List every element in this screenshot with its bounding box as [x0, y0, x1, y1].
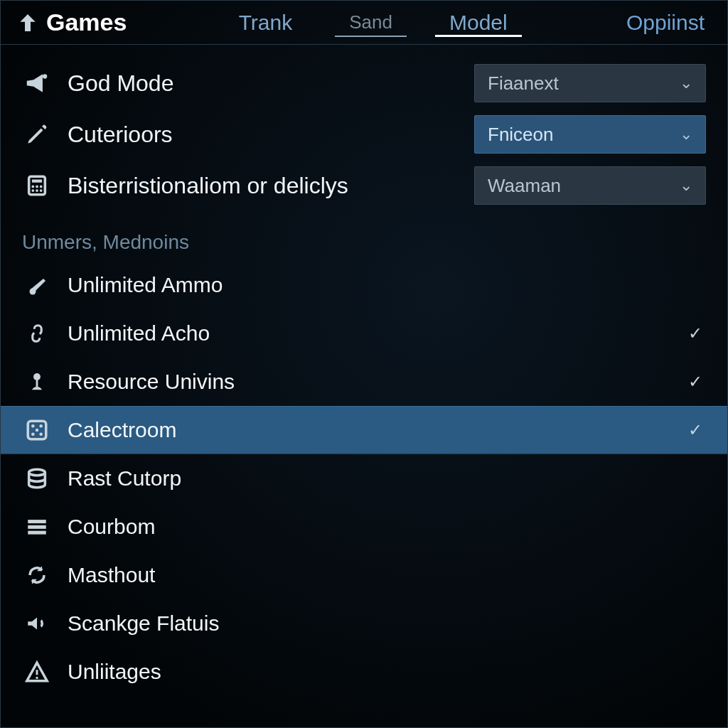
cheat-row[interactable]: Unlimited Acho✓: [1, 309, 727, 358]
option-dropdown[interactable]: Fniceon⌄: [474, 115, 706, 154]
option-dropdown[interactable]: Fiaanext⌄: [474, 64, 706, 102]
cheat-row[interactable]: Calectroom✓: [1, 406, 727, 454]
link-icon: [22, 318, 52, 348]
cheat-label: Masthout: [68, 563, 669, 587]
svg-point-14: [36, 429, 39, 432]
tab-sand[interactable]: Sand: [321, 1, 421, 44]
cheat-row[interactable]: Masthout: [1, 551, 727, 599]
trophy-icon: [22, 367, 52, 397]
option-dropdown[interactable]: Waaman⌄: [474, 166, 706, 205]
cheat-row[interactable]: Unlimited Ammo: [1, 261, 727, 309]
cheat-row[interactable]: Resource Univins✓: [1, 358, 727, 406]
svg-point-17: [29, 469, 46, 476]
options-panel: God ModeFiaanext⌄CuterioorsFniceon⌄Biste…: [1, 45, 727, 696]
tab-underline: [335, 36, 407, 37]
cannon-icon: [22, 270, 52, 300]
option-row: CuterioorsFniceon⌄: [1, 109, 727, 160]
cheat-row[interactable]: Scankge Flatuis: [1, 599, 727, 648]
tab-label: Sand: [349, 11, 392, 33]
stack-icon: [22, 464, 52, 493]
tab-trank[interactable]: Trank: [210, 1, 321, 44]
tab-options-label: Oppiinst: [626, 11, 705, 34]
option-row: Bisterristionaliom or deliclysWaaman⌄: [1, 160, 727, 211]
svg-point-4: [36, 186, 38, 188]
bars-icon: [22, 512, 52, 542]
option-row: God ModeFiaanext⌄: [1, 58, 727, 109]
option-label: Bisterristionaliom or deliclys: [68, 173, 459, 199]
warning-icon: [22, 657, 52, 687]
svg-rect-18: [28, 520, 46, 523]
tab-games[interactable]: Games: [6, 9, 136, 36]
cheat-row[interactable]: Unliitages: [1, 648, 727, 696]
svg-rect-19: [28, 525, 46, 529]
svg-rect-20: [28, 531, 46, 535]
tab-bar: Games TrankSandModel Oppiinst: [1, 1, 727, 45]
pencil-icon: [22, 119, 52, 149]
cheat-label: Calectroom: [68, 418, 669, 442]
svg-point-5: [40, 186, 43, 188]
tab-model[interactable]: Model: [421, 1, 536, 44]
check-icon: ✓: [685, 323, 706, 343]
svg-point-15: [31, 432, 35, 436]
tab-label: Model: [449, 11, 508, 35]
dropdown-value: Fiaanext: [488, 73, 559, 95]
cheat-label: Unlimited Acho: [68, 321, 669, 346]
tab-label: Trank: [239, 11, 293, 35]
svg-point-12: [31, 424, 35, 428]
section-header: Unmers, Mednoins: [1, 211, 727, 261]
dice-icon: [22, 415, 52, 445]
dropdown-value: Fniceon: [488, 124, 554, 146]
svg-point-3: [31, 186, 34, 188]
svg-point-8: [40, 189, 43, 192]
cheat-row[interactable]: Rast Cutorp: [1, 454, 727, 503]
arrow-up-icon: [16, 11, 39, 34]
megaphone-icon: [22, 68, 52, 98]
refresh-icon: [22, 560, 52, 590]
tab-options[interactable]: Oppiinst: [609, 11, 722, 35]
cheat-label: Rast Cutorp: [68, 466, 669, 491]
svg-point-22: [36, 677, 38, 679]
chevron-down-icon: ⌄: [680, 176, 692, 195]
section-header-label: Unmers, Mednoins: [22, 231, 189, 253]
cheat-label: Courbom: [68, 515, 669, 539]
svg-point-0: [43, 74, 47, 78]
tab-underline: [435, 35, 522, 37]
svg-point-16: [39, 432, 43, 436]
volume-icon: [22, 609, 52, 638]
window: Games TrankSandModel Oppiinst God ModeFi…: [0, 0, 728, 728]
svg-point-10: [33, 373, 41, 380]
cheat-label: Scankge Flatuis: [68, 611, 669, 636]
check-icon: ✓: [685, 372, 706, 392]
cheat-label: Resource Univins: [68, 370, 669, 394]
check-icon: ✓: [685, 420, 706, 440]
svg-rect-2: [32, 180, 42, 183]
calculator-icon: [22, 171, 52, 200]
svg-point-7: [36, 189, 38, 192]
svg-rect-21: [36, 670, 38, 675]
svg-point-13: [39, 424, 43, 428]
cheat-row[interactable]: Courbom: [1, 503, 727, 551]
cheat-label: Unlimited Ammo: [68, 273, 669, 297]
cheat-label: Unliitages: [68, 660, 669, 684]
option-label: Cuterioors: [68, 122, 459, 148]
svg-point-6: [31, 189, 34, 192]
chevron-down-icon: ⌄: [680, 125, 692, 144]
dropdown-value: Waaman: [488, 175, 561, 197]
chevron-down-icon: ⌄: [680, 74, 692, 92]
tab-games-label: Games: [46, 9, 127, 36]
option-label: God Mode: [68, 70, 459, 97]
